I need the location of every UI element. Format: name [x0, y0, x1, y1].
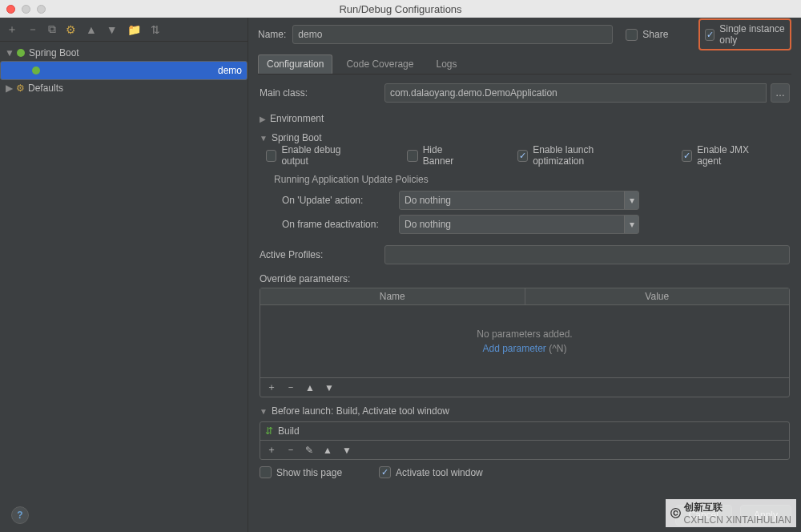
add-parameter-hint: (^N) [549, 343, 566, 354]
dropdown-icon: ▾ [624, 191, 638, 209]
watermark-brand: 创新互联 [684, 502, 723, 513]
hide-banner-checkbox[interactable] [407, 150, 417, 162]
section-label: Before launch: Build, Activate tool wind… [272, 405, 449, 417]
main-class-label: Main class: [260, 87, 380, 99]
override-label: Override parameters: [260, 273, 790, 284]
enable-debug-checkbox[interactable] [266, 150, 276, 162]
col-name: Name [260, 288, 525, 304]
tree-node-defaults[interactable]: ▶ ⚙ Defaults [0, 80, 248, 96]
main-class-input[interactable] [384, 83, 767, 103]
configurations-sidebar: ＋ － ⧉ ⚙ ▲ ▼ 📁 ⇅ ▼ Spring Boot demo ▶ ⚙ D… [0, 18, 248, 532]
before-launch-list: ⇵ Build ＋ － ✎ ▲ ▼ [260, 421, 790, 460]
active-profiles-label: Active Profiles: [260, 249, 380, 260]
enable-launch-label: Enable launch optimization [533, 144, 634, 167]
on-frame-label: On frame deactivation: [282, 219, 394, 230]
down-icon[interactable]: ▼ [107, 23, 118, 36]
enable-jmx-checkbox[interactable] [682, 150, 692, 162]
before-launch-section[interactable]: ▼ Before launch: Build, Activate tool wi… [260, 405, 790, 417]
config-tree: ▼ Spring Boot demo ▶ ⚙ Defaults [0, 42, 248, 532]
hide-banner-label: Hide Banner [423, 144, 469, 167]
activate-tool-label: Activate tool window [396, 467, 483, 478]
settings-icon[interactable]: ⚙ [66, 23, 76, 36]
add-row-icon[interactable]: ＋ [267, 381, 276, 394]
task-up-icon[interactable]: ▲ [323, 445, 332, 456]
copy-config-icon[interactable]: ⧉ [48, 22, 56, 36]
svg-point-0 [17, 49, 25, 57]
spring-boot-section[interactable]: ▼ Spring Boot [260, 132, 790, 143]
collapse-icon: ▶ [260, 115, 266, 123]
dropdown-icon: ▾ [624, 216, 638, 233]
single-instance-label: Single instance only [719, 23, 785, 46]
spring-boot-icon [31, 66, 41, 75]
help-button[interactable]: ? [11, 506, 29, 524]
section-label: Environment [270, 113, 324, 124]
show-this-page-label: Show this page [276, 467, 342, 478]
environment-section[interactable]: ▶ Environment [260, 113, 790, 124]
share-checkbox[interactable] [626, 29, 638, 41]
share-label: Share [642, 29, 668, 40]
section-label: Spring Boot [272, 132, 322, 143]
sidebar-toolbar: ＋ － ⧉ ⚙ ▲ ▼ 📁 ⇅ [0, 18, 248, 42]
watermark: ⓒ 创新互联 CXHLCN XINTAIHULIAN [666, 499, 796, 527]
remove-row-icon[interactable]: － [286, 381, 296, 394]
watermark-sub: CXHLCN XINTAIHULIAN [684, 514, 791, 526]
tree-label: Defaults [28, 83, 63, 94]
single-instance-checkbox[interactable] [705, 29, 714, 41]
window-titlebar: Run/Debug Configurations [0, 0, 801, 18]
build-icon: ⇵ [265, 425, 273, 437]
select-value: Do nothing [405, 219, 451, 230]
task-down-icon[interactable]: ▼ [342, 445, 352, 456]
browse-class-button[interactable]: … [771, 83, 790, 103]
active-profiles-input[interactable] [384, 245, 790, 264]
remove-task-icon[interactable]: － [286, 443, 296, 457]
collapse-icon[interactable]: ⇅ [151, 23, 160, 36]
config-tabs: Configuration Code Coverage Logs [258, 54, 791, 75]
add-task-icon[interactable]: ＋ [267, 443, 276, 457]
on-update-label: On 'Update' action: [282, 195, 394, 206]
single-instance-highlight: Single instance only [698, 18, 791, 50]
tree-label: Spring Boot [29, 47, 79, 58]
enable-jmx-label: Enable JMX agent [697, 144, 766, 167]
expand-icon: ▼ [260, 407, 268, 416]
name-label: Name: [258, 29, 286, 40]
tab-code-coverage[interactable]: Code Coverage [337, 54, 422, 74]
tab-configuration[interactable]: Configuration [258, 54, 332, 74]
wrench-icon: ⚙ [16, 83, 25, 94]
add-config-icon[interactable]: ＋ [6, 22, 18, 37]
activate-tool-checkbox[interactable] [379, 466, 391, 478]
edit-task-icon[interactable]: ✎ [305, 445, 313, 456]
before-launch-item[interactable]: Build [278, 425, 300, 437]
remove-config-icon[interactable]: － [27, 22, 38, 37]
empty-table-msg: No parameters added. [477, 328, 572, 340]
row-down-icon[interactable]: ▼ [324, 382, 334, 393]
tree-label: demo [218, 65, 242, 76]
tree-node-demo[interactable]: demo [0, 61, 248, 80]
config-content: Name: Share Single instance only Configu… [248, 18, 801, 532]
col-value: Value [525, 288, 790, 304]
expand-icon[interactable]: ▶ [5, 83, 13, 94]
on-frame-select[interactable]: Do nothing ▾ [399, 215, 639, 234]
svg-point-1 [32, 66, 40, 75]
tab-logs[interactable]: Logs [427, 54, 465, 74]
override-parameters-table: Name Value No parameters added. Add para… [260, 288, 790, 397]
expand-icon: ▼ [260, 134, 268, 143]
enable-debug-label: Enable debug output [281, 144, 359, 167]
spring-boot-icon [16, 48, 26, 58]
name-input[interactable] [292, 25, 613, 44]
folder-icon[interactable]: 📁 [127, 23, 141, 36]
up-icon[interactable]: ▲ [86, 23, 97, 36]
watermark-logo: ⓒ [670, 506, 681, 521]
on-update-select[interactable]: Do nothing ▾ [399, 191, 639, 210]
row-up-icon[interactable]: ▲ [305, 382, 315, 393]
enable-launch-checkbox[interactable] [517, 150, 528, 162]
window-title: Run/Debug Configurations [0, 3, 801, 15]
show-this-page-checkbox[interactable] [260, 466, 272, 478]
policies-label: Running Application Update Policies [260, 167, 790, 188]
select-value: Do nothing [405, 195, 451, 206]
add-parameter-link[interactable]: Add parameter [482, 343, 545, 354]
expand-icon[interactable]: ▼ [5, 47, 13, 58]
tree-node-spring-boot[interactable]: ▼ Spring Boot [0, 45, 248, 61]
